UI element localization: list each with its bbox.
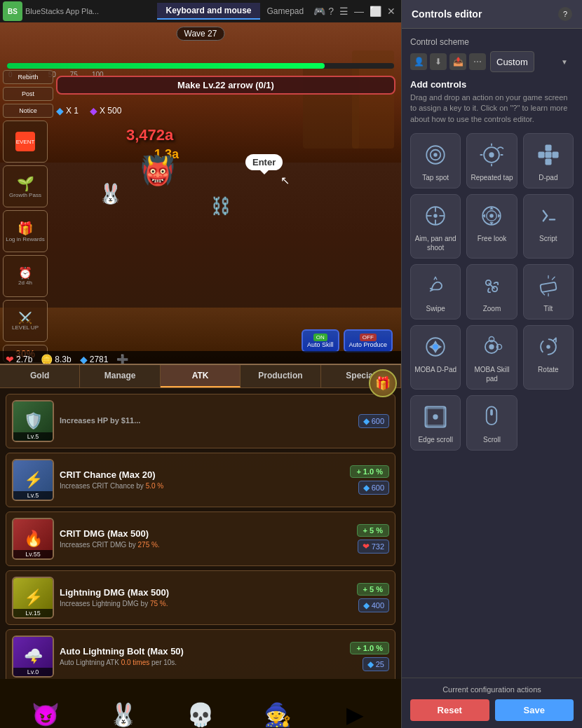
list-item: 🔥 Lv.55 CRIT DMG (Max 500) Increases CRI… bbox=[6, 511, 395, 566]
cost-button-crit-dmg[interactable]: + 5 % bbox=[357, 524, 389, 537]
control-moba-dpad[interactable]: MOBA D-Pad bbox=[410, 325, 461, 390]
cost-gem-lightning-dmg[interactable]: ◆ 400 bbox=[358, 598, 389, 612]
swipe-label: Swipe bbox=[426, 304, 445, 313]
chain-sprite: ⛓️ bbox=[210, 196, 231, 216]
skill-info-auto-lightning: Auto Lightning Bolt (Max 50) Auto Lightn… bbox=[60, 646, 344, 668]
svg-rect-6 bbox=[545, 159, 551, 165]
skill-info-crit-chance: CRIT Chance (Max 20) Increases CRIT Chan… bbox=[60, 469, 344, 491]
chest-button[interactable]: 🎁 bbox=[369, 369, 397, 397]
controls-panel: Controls editor ? Control scheme 👤 ⬇ 📤 ⋯… bbox=[401, 0, 582, 728]
script-label: Script bbox=[539, 234, 557, 243]
event-icon[interactable]: EVENT bbox=[3, 121, 48, 163]
window-controls: ? ☰ — ⬜ ✕ bbox=[328, 6, 401, 17]
auto-skill-button[interactable]: ON Auto Skill bbox=[302, 329, 339, 352]
game-area: BS BlueStacks App Pla... Keyboard and mo… bbox=[0, 0, 401, 728]
skill-list: 🛡️ Lv.5 Increases HP by $11... ◆ 600 ⚡ bbox=[0, 388, 401, 689]
wave-badge: Wave 27 bbox=[177, 27, 225, 41]
control-tap-spot[interactable]: Tap spot bbox=[410, 133, 461, 188]
close-icon[interactable]: ✕ bbox=[387, 6, 395, 17]
reset-button[interactable]: Reset bbox=[410, 699, 489, 721]
svg-point-35 bbox=[433, 415, 438, 420]
control-rotate[interactable]: Rotate bbox=[523, 325, 574, 390]
control-dpad[interactable]: D-pad bbox=[523, 133, 574, 188]
tab-atk[interactable]: ATK bbox=[161, 365, 241, 387]
control-moba-skill-pad[interactable]: MOBA Skill pad bbox=[466, 325, 517, 390]
tab-keyboard-mouse[interactable]: Keyboard and mouse bbox=[157, 3, 259, 20]
zoom-icon bbox=[476, 270, 507, 301]
skill-cost-lightning-dmg: + 5 % ◆ 400 bbox=[357, 583, 389, 612]
maximize-icon[interactable]: ⬜ bbox=[370, 6, 381, 17]
control-repeated-tap[interactable]: Repeated tap bbox=[466, 133, 517, 188]
app-title: BlueStacks App Pla... bbox=[25, 7, 157, 15]
tilt-label: Tilt bbox=[543, 304, 553, 313]
control-swipe[interactable]: Swipe bbox=[410, 264, 461, 320]
cost-gem-crit-chance[interactable]: ◆ 600 bbox=[358, 481, 389, 495]
list-item: ⚡ Lv.5 CRIT Chance (Max 20) Increases CR… bbox=[6, 453, 395, 507]
scheme-icon-4[interactable]: ⋯ bbox=[469, 53, 486, 70]
control-zoom[interactable]: Zoom bbox=[466, 264, 517, 320]
resources-display: ◆ X 1 ◆ X 500 bbox=[56, 105, 121, 116]
scheme-label: Control scheme bbox=[410, 37, 574, 47]
scheme-icon-1[interactable]: 👤 bbox=[410, 53, 427, 70]
menu-icon[interactable]: ☰ bbox=[339, 6, 348, 17]
char-1: 😈 bbox=[28, 682, 63, 728]
tilt-icon bbox=[533, 270, 564, 301]
scheme-icon-3[interactable]: 📤 bbox=[449, 53, 466, 70]
skill-icon[interactable]: ⚔️ LEVEL UP bbox=[3, 300, 48, 342]
controls-header: Controls editor ? bbox=[402, 0, 582, 29]
auto-produce-button[interactable]: OFF Auto Produce bbox=[344, 329, 393, 352]
svg-rect-7 bbox=[538, 152, 544, 158]
tab-production[interactable]: Production bbox=[241, 365, 320, 387]
minimize-icon[interactable]: — bbox=[354, 6, 364, 17]
list-item: ⚡ Lv.15 Lightning DMG (Max 500) Increase… bbox=[6, 570, 395, 625]
control-script[interactable]: Script bbox=[523, 194, 574, 259]
notice-button[interactable]: Notice bbox=[3, 104, 53, 118]
control-scroll[interactable]: Scroll bbox=[466, 395, 517, 451]
skill-cost-prev: ◆ 600 bbox=[358, 414, 389, 428]
cost-gem-prev[interactable]: ◆ 600 bbox=[358, 414, 389, 428]
enter-bubble[interactable]: Enter bbox=[245, 154, 283, 170]
post-button[interactable]: Post bbox=[3, 87, 53, 101]
skill-icon-lightning-dmg: ⚡ Lv.15 bbox=[12, 577, 54, 619]
cost-button-auto-lightning[interactable]: + 1.0 % bbox=[350, 642, 389, 654]
cost-gem-crit-dmg[interactable]: ❤ 732 bbox=[358, 540, 389, 554]
top-bar: BS BlueStacks App Pla... Keyboard and mo… bbox=[0, 0, 401, 22]
tab-gamepad[interactable]: Gamepad bbox=[260, 4, 311, 19]
scroll-icon bbox=[476, 401, 507, 432]
control-free-look[interactable]: Free look bbox=[466, 194, 517, 259]
save-button[interactable]: Save bbox=[495, 699, 574, 721]
skill-icon-crit-dmg: 🔥 Lv.55 bbox=[12, 518, 54, 560]
svg-point-2 bbox=[433, 153, 437, 156]
tab-gold[interactable]: Gold bbox=[0, 365, 80, 387]
growth-pass-icon[interactable]: 🌱 Growth Pass bbox=[3, 165, 48, 207]
scheme-icon-2[interactable]: ⬇ bbox=[430, 53, 447, 70]
rebirth-button[interactable]: Rebirth bbox=[3, 70, 53, 84]
control-edge-scroll[interactable]: Edge scroll bbox=[410, 395, 461, 451]
player-sprite: 🐰 bbox=[98, 182, 123, 205]
footer-buttons: Reset Save bbox=[410, 699, 574, 721]
rotate-label: Rotate bbox=[538, 365, 558, 374]
skill-cost-crit-chance: + 1.0 % ◆ 600 bbox=[350, 465, 389, 495]
aim-pan-shoot-label: Aim, pan and shoot bbox=[414, 234, 457, 252]
scheme-select[interactable]: Custom bbox=[490, 51, 534, 72]
question-icon[interactable]: ? bbox=[328, 6, 334, 17]
help-icon[interactable]: ? bbox=[558, 7, 572, 21]
cost-button-lightning-dmg[interactable]: + 5 % bbox=[357, 583, 389, 596]
cost-gem-auto-lightning[interactable]: ◆ 25 bbox=[363, 657, 389, 671]
rewards-icon[interactable]: 🎁 Log in Rewards bbox=[3, 210, 48, 252]
moba-dpad-label: MOBA D-Pad bbox=[414, 365, 456, 374]
free-look-icon bbox=[476, 200, 507, 231]
svg-point-29 bbox=[546, 345, 550, 348]
control-tilt[interactable]: Tilt bbox=[523, 264, 574, 320]
char-3: 💀 bbox=[183, 682, 218, 728]
list-item: 🛡️ Lv.5 Increases HP by $11... ◆ 600 bbox=[6, 394, 395, 448]
timer-icon[interactable]: ⏰ 2d 4h bbox=[3, 255, 48, 297]
tap-spot-icon bbox=[420, 139, 451, 170]
control-aim-pan-shoot[interactable]: Aim, pan and shoot bbox=[410, 194, 461, 259]
aim-pan-shoot-icon bbox=[420, 200, 451, 231]
gamepad-icon: 🎮 bbox=[311, 6, 328, 17]
add-controls-title: Add controls bbox=[410, 79, 574, 90]
svg-point-23 bbox=[433, 344, 439, 350]
tab-manage[interactable]: Manage bbox=[80, 365, 160, 387]
cost-button-crit-chance[interactable]: + 1.0 % bbox=[350, 465, 389, 478]
